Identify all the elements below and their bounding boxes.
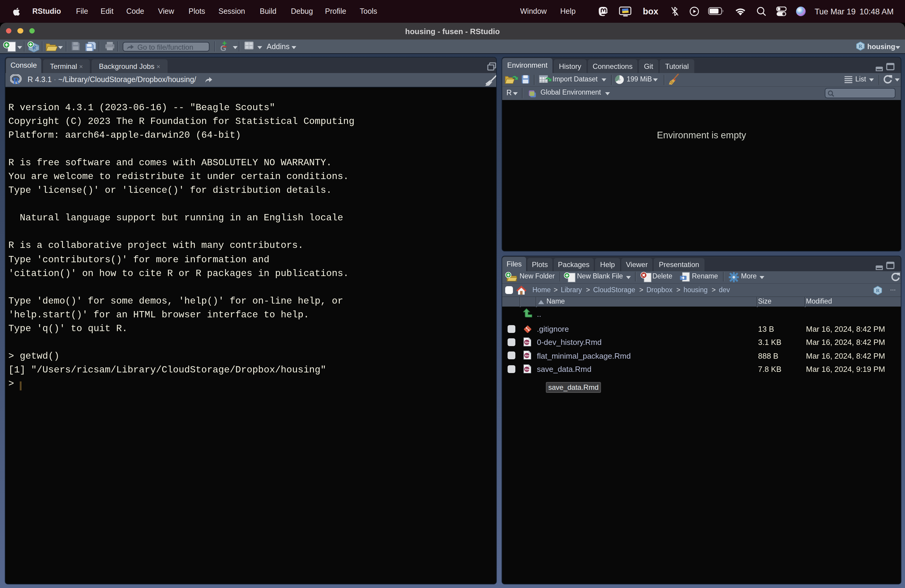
svg-text:R: R — [876, 288, 880, 293]
svg-text:R: R — [13, 76, 20, 86]
svg-text:R: R — [859, 43, 862, 49]
svg-text:G: G — [220, 43, 226, 52]
svg-text:Rmd: Rmd — [525, 368, 530, 371]
svg-text:Rmd: Rmd — [525, 354, 530, 357]
svg-text:Rmd: Rmd — [525, 341, 530, 344]
